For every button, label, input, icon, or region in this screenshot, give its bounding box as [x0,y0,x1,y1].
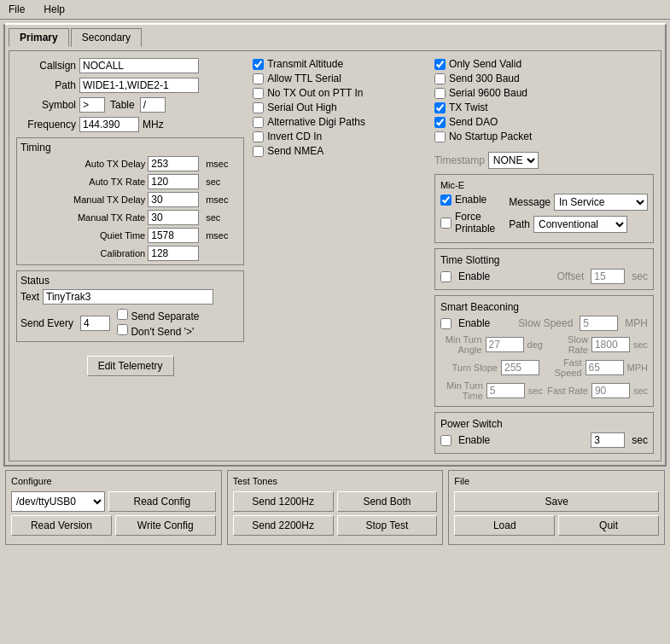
transmit-altitude-checkbox[interactable] [253,59,264,70]
sb-slow-speed-input[interactable] [580,316,618,331]
callsign-input[interactable] [79,58,199,73]
dont-send-label[interactable]: Don't Send '>' [117,324,199,338]
message-select[interactable]: In Service Committed Special Priority Em… [554,194,648,211]
menu-file[interactable]: File [3,2,30,17]
status-text-input[interactable] [43,289,213,305]
tab-primary[interactable]: Primary [9,28,69,47]
manual-tx-rate-input[interactable] [148,210,199,225]
sb-slow-rate-unit: sec [633,339,648,350]
send-2200hz-button[interactable]: Send 2200Hz [233,515,334,536]
sb-enable-checkbox[interactable] [440,318,452,329]
path-select[interactable]: Conventional Wide1-1 Wide2-2 [533,216,627,233]
timing-title: Timing [20,142,240,154]
send-300-checkbox[interactable] [434,73,446,84]
sb-slow-rate-input[interactable] [591,337,630,352]
sb-fast-rate-unit: sec [633,386,648,396]
test-tones-title: Test Tones [233,476,438,486]
left-panel: Callsign Path Symbol Table Frequency M [16,58,244,454]
menu-help[interactable]: Help [38,2,70,17]
auto-tx-delay-input[interactable] [148,156,199,171]
main-window: Primary Secondary Callsign Path Symbol T… [3,23,667,467]
quiet-time-input[interactable] [148,228,199,243]
auto-tx-rate-input[interactable] [148,174,199,189]
send-separate-label[interactable]: Send Separate [117,309,199,322]
sb-fast-speed-unit: MPH [627,363,648,373]
send-nmea-checkbox[interactable] [253,146,264,157]
status-section: Status Text Send Every Send Separate [16,270,244,342]
device-select[interactable]: /dev/ttyUSB0 /dev/ttyUSB1 /dev/ttyS0 [11,491,105,512]
bottom-section: Configure /dev/ttyUSB0 /dev/ttyUSB1 /dev… [5,470,665,545]
serial-9600-checkbox[interactable] [434,88,446,99]
ps-enable-checkbox[interactable] [440,435,452,446]
file-panel: File Save Load Quit [448,470,665,545]
write-config-button[interactable]: Write Config [115,515,216,536]
sb-fast-speed-input[interactable] [586,360,624,375]
load-button[interactable]: Load [454,515,555,536]
sb-fast-rate-input[interactable] [591,383,630,398]
ps-enable-label: Enable [458,434,490,446]
sb-min-turn-time-input[interactable] [486,383,525,398]
mic-e-left: Enable Force Printable [440,194,495,237]
only-send-valid-checkbox[interactable] [434,59,446,70]
send-every-input[interactable] [80,316,110,331]
no-tx-out-checkbox[interactable] [253,88,264,99]
sb-turn-slope-label: Turn Slope [440,363,498,373]
quit-button[interactable]: Quit [558,515,659,536]
frequency-label: Frequency [16,119,76,131]
send-every-label: Send Every [20,317,73,329]
ts-offset-input[interactable] [591,269,625,284]
auto-tx-rate-unit: sec [206,177,240,187]
force-printable-checkbox[interactable] [440,218,452,229]
allow-ttl-label: Allow TTL Serial [267,73,341,84]
read-version-button[interactable]: Read Version [11,515,112,536]
no-startup-checkbox[interactable] [434,131,446,142]
status-text-label: Text [20,291,39,303]
frequency-input[interactable] [79,117,139,132]
send-300-label: Send 300 Baud [449,73,520,84]
send-1200hz-button[interactable]: Send 1200Hz [233,491,334,512]
ps-row: Enable sec [440,432,648,448]
stop-test-button[interactable]: Stop Test [337,515,438,536]
alt-digi-label: Alternative Digi Paths [267,116,365,128]
edit-telemetry-button[interactable]: Edit Telemetry [87,356,174,376]
ts-enable-checkbox[interactable] [440,271,452,282]
right-checkboxes: Only Send Valid Send 300 Baud Serial 960… [434,58,532,145]
cb-serial-out-high: Serial Out High [253,102,426,113]
callsign-label: Callsign [16,60,76,72]
send-separate-checkbox[interactable] [117,309,128,320]
ps-value-input[interactable] [591,432,625,448]
middle-panel: Transmit Altitude Allow TTL Serial No TX… [253,58,426,454]
callsign-row: Callsign [16,58,244,73]
cb-send-nmea: Send NMEA [253,145,426,157]
configure-row2: Read Version Write Config [11,515,216,536]
allow-ttl-checkbox[interactable] [253,73,264,84]
time-slotting-section: Time Slotting Enable Offset sec [434,248,654,290]
send-both-button[interactable]: Send Both [337,491,438,512]
sb-slow-rate-label: Slow Rate [545,334,588,355]
sb-turn-slope-input[interactable] [501,360,539,375]
test-tones-row2: Send 2200Hz Stop Test [233,515,438,536]
mic-e-enable-checkbox[interactable] [440,194,452,206]
tab-content: Callsign Path Symbol Table Frequency M [9,50,661,461]
symbol-input[interactable] [79,97,105,113]
tx-twist-checkbox[interactable] [434,102,446,113]
table-label: Table [110,99,135,111]
calibration-input[interactable] [148,246,199,261]
auto-tx-delay-label: Auto TX Delay [20,159,145,169]
alt-digi-checkbox[interactable] [253,117,264,128]
cb-allow-ttl: Allow TTL Serial [253,73,426,84]
sb-min-turn-angle-input[interactable] [486,337,524,352]
dont-send-checkbox[interactable] [117,324,128,335]
table-input[interactable] [140,97,166,113]
tab-secondary[interactable]: Secondary [71,28,142,47]
read-config-button[interactable]: Read Config [108,491,216,512]
save-button[interactable]: Save [454,491,659,512]
path-input[interactable] [79,78,199,93]
send-dao-checkbox[interactable] [434,117,446,128]
manual-tx-delay-input[interactable] [148,192,199,207]
serial-out-high-checkbox[interactable] [253,102,264,113]
quiet-time-label: Quiet Time [20,230,145,241]
cb-no-startup: No Startup Packet [434,131,532,142]
invert-cd-checkbox[interactable] [253,131,264,142]
timestamp-select[interactable]: NONE [488,152,539,169]
